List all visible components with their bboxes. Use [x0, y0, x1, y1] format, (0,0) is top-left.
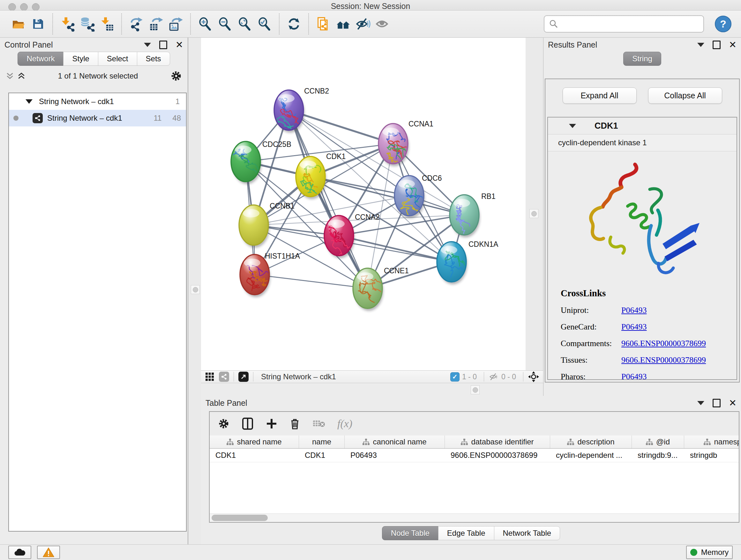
show-columns-icon[interactable]: [242, 417, 254, 430]
hide-selected-button[interactable]: [353, 14, 373, 34]
crosslink-link[interactable]: 9606.ENSP00000378699: [621, 339, 706, 348]
import-network-file-button[interactable]: [57, 14, 77, 34]
crosslink-link[interactable]: 9606.ENSP00000378699: [621, 355, 706, 365]
save-session-button[interactable]: [28, 14, 48, 34]
export-image-button[interactable]: [166, 14, 186, 34]
protein-card-header[interactable]: CDK1: [548, 118, 737, 134]
scrollbar-thumb[interactable]: [212, 515, 268, 521]
import-network-database-button[interactable]: [77, 14, 97, 34]
search-input[interactable]: [558, 19, 699, 29]
export-network-button[interactable]: [126, 14, 146, 34]
table-row[interactable]: CDK1CDK1P064939606.ENSP00000378699cyclin…: [210, 449, 739, 462]
table-cell[interactable]: stringdb:9...: [632, 449, 684, 462]
detach-view-icon[interactable]: [239, 372, 249, 382]
close-window-button[interactable]: [8, 3, 16, 11]
crosslink-link[interactable]: P06493: [621, 322, 647, 332]
memory-button[interactable]: Memory: [686, 546, 733, 559]
graph-node-rb1[interactable]: RB1: [450, 192, 495, 238]
panel-close-icon[interactable]: ✕: [176, 40, 183, 50]
graph-node-ccna2[interactable]: CCNA2: [324, 213, 380, 258]
table-cell[interactable]: P06493: [345, 449, 445, 462]
network-row-selected[interactable]: String Network – cdk1 11 48: [9, 110, 186, 126]
zoom-in-button[interactable]: [195, 14, 215, 34]
table-tab-network-table[interactable]: Network Table: [494, 526, 560, 540]
open-session-button[interactable]: [8, 14, 28, 34]
zoom-selected-button[interactable]: [255, 14, 274, 34]
graph-node-hist1h1a[interactable]: HIST1H1A: [240, 252, 300, 297]
splitter-grip[interactable]: [529, 209, 538, 218]
tab-select[interactable]: Select: [98, 52, 137, 66]
table-cell[interactable]: stringdb: [684, 449, 739, 462]
left-splitter[interactable]: [188, 38, 202, 544]
network-collection-row[interactable]: String Network – cdk1 1: [9, 93, 186, 110]
column-header-name[interactable]: name: [299, 435, 345, 448]
tab-sets[interactable]: Sets: [137, 52, 170, 66]
collapse-all-button[interactable]: Collapse All: [648, 87, 722, 104]
tab-network[interactable]: Network: [17, 52, 64, 66]
apply-layout-button[interactable]: [284, 14, 304, 34]
panel-float-icon[interactable]: [713, 399, 721, 408]
export-image-icon: [168, 16, 184, 32]
export-table-button[interactable]: [146, 14, 166, 34]
graph-node-ccnb1[interactable]: CCNB1: [239, 202, 294, 248]
zoom-window-button[interactable]: [32, 3, 40, 11]
crosslink-link[interactable]: P06493: [621, 372, 647, 380]
table-horizontal-scrollbar[interactable]: [210, 513, 739, 522]
graph-node-ccna1[interactable]: CCNA1: [379, 120, 433, 172]
collapse-triangle-icon[interactable]: [569, 124, 576, 128]
crosslink-link[interactable]: P06493: [621, 306, 647, 315]
graph-node-ccne1[interactable]: CCNE1: [353, 266, 409, 311]
add-column-icon[interactable]: [266, 418, 277, 429]
splitter-grip[interactable]: [471, 385, 480, 394]
birdseye-crosshair-icon[interactable]: [528, 371, 539, 382]
panel-close-icon[interactable]: ✕: [729, 398, 737, 408]
gear-icon[interactable]: [218, 418, 229, 429]
table-cell[interactable]: CDK1: [210, 449, 299, 462]
column-header-canonical-name[interactable]: canonical name: [345, 435, 445, 448]
tab-style[interactable]: Style: [63, 52, 98, 66]
zoom-out-button[interactable]: [215, 14, 235, 34]
panel-close-icon[interactable]: ✕: [729, 40, 737, 50]
selected-checkbox-icon[interactable]: ✓: [450, 372, 460, 381]
panel-float-icon[interactable]: [713, 41, 721, 49]
column-header-description[interactable]: description: [550, 435, 632, 448]
expand-all-button[interactable]: Expand All: [562, 87, 636, 104]
table-cell[interactable]: cyclin-dependent ...: [550, 449, 632, 462]
results-tab-string[interactable]: String: [623, 52, 661, 66]
column-header-namespace[interactable]: namespace: [684, 435, 739, 448]
panel-menu-icon[interactable]: [697, 43, 704, 47]
gear-icon[interactable]: [171, 70, 182, 82]
collapse-all-icon[interactable]: [6, 72, 14, 80]
import-network-icon: [60, 16, 75, 32]
zoom-fit-button[interactable]: [235, 14, 255, 34]
panel-menu-icon[interactable]: [144, 43, 151, 47]
graph-node-cdc6[interactable]: CDC6: [394, 174, 442, 219]
first-neighbors-button[interactable]: [333, 14, 353, 34]
import-table-file-button[interactable]: [97, 14, 117, 34]
cloud-status-button[interactable]: [8, 546, 31, 559]
minimize-window-button[interactable]: [20, 3, 28, 11]
delete-column-icon[interactable]: [289, 418, 300, 430]
grid-view-icon[interactable]: [205, 372, 214, 381]
graph-node-cdkn1a[interactable]: CDKN1A: [437, 240, 498, 285]
network-view-canvas[interactable]: CCNB2CCNA1CDC25BCDK1CDC6RB1CCNB1CCNA2CDK…: [201, 38, 526, 370]
column-header--id[interactable]: @id: [632, 435, 684, 448]
help-button[interactable]: ?: [715, 16, 731, 32]
table-cell[interactable]: 9606.ENSP00000378699: [445, 449, 550, 462]
table-tab-node-table[interactable]: Node Table: [382, 526, 439, 540]
column-header-shared-name[interactable]: shared name: [210, 435, 299, 448]
panel-float-icon[interactable]: [159, 41, 167, 49]
expand-all-icon[interactable]: [17, 72, 25, 80]
column-header-database-identifier[interactable]: database identifier: [445, 435, 550, 448]
table-tab-edge-table[interactable]: Edge Table: [438, 526, 494, 540]
show-all-button[interactable]: [373, 14, 393, 34]
table-cell[interactable]: CDK1: [299, 449, 345, 462]
panel-menu-icon[interactable]: [697, 401, 704, 405]
warnings-button[interactable]: [37, 546, 60, 559]
right-splitter[interactable]: [526, 38, 544, 396]
new-network-from-selection-button[interactable]: [313, 14, 333, 34]
collapse-triangle-icon[interactable]: [25, 99, 32, 104]
splitter-grip[interactable]: [191, 285, 200, 294]
network-badge-icon[interactable]: [219, 372, 229, 382]
export-table-icon: [148, 16, 164, 32]
